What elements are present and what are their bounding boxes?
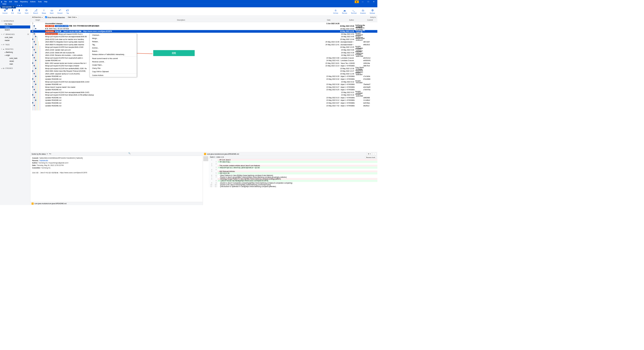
push-button[interactable]: ⬆Push xyxy=(17,9,21,14)
context-menu-item[interactable]: Branch... xyxy=(90,50,137,53)
menu-tools[interactable]: Tools xyxy=(37,1,43,3)
commit-button[interactable]: ⊕33 Commit xyxy=(2,9,8,14)
menu-repository[interactable]: Repository xyxy=(19,1,29,3)
commit-row[interactable]: JAVA-9808 Fix integration test in spring… xyxy=(30,43,377,46)
commit-row[interactable]: Merge branch 'eugenp:master' into master… xyxy=(30,86,377,89)
commit-row[interactable]: 更新 Java 8 核心 相关的文章链接 26 May 2022 15:00 Y… xyxy=(30,27,377,30)
commit-row[interactable]: Merge pull request #12252 from Asjad-J/m… xyxy=(30,65,377,67)
sort-bar[interactable]: Sorted by file status ▾ ≡ ▾ 🔍 xyxy=(30,152,203,156)
commit-row[interactable]: Updated README.md 23 May 2022 8:35 Asjad… xyxy=(30,75,377,78)
maximize-button[interactable]: ☐ xyxy=(366,0,371,3)
commit-row[interactable]: JAVA-5484: Added Java Http Request Timeo… xyxy=(30,70,377,73)
commit-row[interactable]: [JAVA-8153] Code clean up for reactive e… xyxy=(30,38,377,41)
tab-java-tutorials[interactable]: java-tutorials× xyxy=(1,6,16,9)
commit-row[interactable]: Updated README.md 23 May 2022 7:52 Asjad… xyxy=(30,104,377,107)
sidebar-branch-master[interactable]: master xyxy=(0,39,30,42)
diff-line[interactable]: 66- [New Features in Java 8](https://www… xyxy=(209,174,377,176)
context-menu-item[interactable]: Reset current branch to this commit xyxy=(90,57,137,60)
context-menu-item[interactable]: Reverse commit... xyxy=(90,60,137,63)
context-menu-item[interactable]: Tag... xyxy=(90,43,137,47)
commit-row[interactable]: Updated README.md 23 May 2022 8:32 Asjad… xyxy=(30,78,377,80)
reverse-hunk-button[interactable]: Reverse hunk xyxy=(365,156,376,158)
col-graph[interactable]: Graph xyxy=(30,19,45,22)
diff-line[interactable]: 22 xyxy=(209,163,377,165)
show-remote-checkbox[interactable]: Show Remote Branches xyxy=(45,16,65,18)
sidebar-branch-code_bank[interactable]: code_bank xyxy=(0,36,30,39)
close-button[interactable]: ✕ xyxy=(371,0,377,3)
commit-row[interactable]: Merge pull request #12239 from hkhan/JAV… xyxy=(30,94,377,97)
date-order-dropdown[interactable]: Date Order ▾ xyxy=(67,16,78,19)
context-menu-item[interactable]: Copy SHA to Clipboard xyxy=(90,70,137,73)
context-menu-item[interactable]: Rebase children of 7a8bb266b1 interactiv… xyxy=(90,53,137,56)
context-menu-item[interactable]: Archive... xyxy=(90,47,137,50)
commit-row[interactable]: code_bankorigin/code_bank更新 Java 字符串相关的内… xyxy=(30,25,377,27)
commit-row[interactable]: JAVA-9808 Fix integration test in spring… xyxy=(30,41,377,43)
context-menu-item[interactable]: Merge... xyxy=(90,37,137,40)
commit-row[interactable]: JAVA-12100: Delete left ddd-modules file… xyxy=(30,51,377,54)
sidebar-remote-ref-HEAD[interactable]: HEAD xyxy=(0,60,30,63)
stashes-section[interactable]: ▸ 🗃 STASHES xyxy=(0,67,30,70)
add-tab-button[interactable]: + ▾ xyxy=(16,4,21,7)
diff-line[interactable]: 1## Java 8 核心 xyxy=(209,161,377,163)
sidebar-search[interactable]: Search xyxy=(0,28,30,31)
tag-button[interactable]: 🏷Tag xyxy=(66,9,69,14)
branch-tag[interactable]: Baeldung/master xyxy=(45,33,58,35)
explorer-button[interactable]: 🗀Explorer xyxy=(360,9,367,14)
branch-filter-dropdown[interactable]: All Branches ▾ xyxy=(31,16,44,19)
pull-button[interactable]: ⬇Pull xyxy=(11,9,14,14)
remotes-section[interactable]: ▾ ☁ REMOTES xyxy=(0,48,30,51)
diff-line[interactable]: 5### 相关文章: xyxy=(209,172,377,174)
diff-line[interactable]: 1111- [Introduction to Spliterator in Ja… xyxy=(209,186,377,187)
runner-button[interactable]: ▶ xyxy=(355,1,359,3)
commit-list[interactable]: Uncommitted changes 3 Jun 2022 14:28 cod… xyxy=(30,22,377,152)
branches-section[interactable]: ▾ ⎇ BRANCHES3 xyxy=(0,33,30,36)
fetch-button[interactable]: ⟳Fetch xyxy=(24,9,29,14)
sidebar-remote-ref-code_bank[interactable]: code_bank xyxy=(0,57,30,60)
diff-settings-button[interactable]: ⚙ ▾ xyxy=(367,153,372,155)
sidebar-file-status[interactable]: File Status xyxy=(0,23,30,26)
commit-row[interactable]: Merge pull request #12258 from anuragkum… xyxy=(30,35,377,38)
commit-row[interactable]: Merge pull request #12145 from amitiw4u/… xyxy=(30,67,377,70)
commit-row[interactable]: Updated README.md 23 May 2022 8:30 Asjad… xyxy=(30,83,377,86)
branch-tag[interactable]: code_bank xyxy=(45,25,54,27)
gitflow-button[interactable]: ⎋Git-flow xyxy=(333,9,339,14)
commit-row[interactable]: Merge pull request #12254 from eugenp/lo… xyxy=(30,57,377,59)
context-menu-item[interactable]: Rebase... xyxy=(90,40,137,43)
stash-button[interactable]: ▭Stash xyxy=(49,9,54,14)
commit-row[interactable]: Update README.md 24 May 2022 4:01 Loreda… xyxy=(30,59,377,62)
context-menu-item[interactable]: Cherry Pick xyxy=(90,67,137,70)
commit-row[interactable]: Merge pull request #12241 from anuragkum… xyxy=(30,91,377,94)
commit-row[interactable]: Merge pull request #12255 from kwoyke/JA… xyxy=(30,46,377,49)
commit-row[interactable]: Uncommitted changes 3 Jun 2022 14:28 xyxy=(30,22,377,25)
branch-button[interactable]: ⎇Branch xyxy=(33,9,38,14)
menu-help[interactable]: Help xyxy=(43,1,49,3)
diff-line[interactable]: 8- [Java 8 中的设计模式策略](https://www.ossez.c… xyxy=(209,180,377,182)
diff-line[interactable]: 8- [Strategy Design Pattern in Java 8](h… xyxy=(209,178,377,180)
menu-actions[interactable]: Actions xyxy=(29,1,37,3)
commit-row[interactable]: JAVA-12100: Update main pom.xml 24 May 2… xyxy=(30,49,377,51)
diff-line[interactable]: 3This module contains articles about Jav… xyxy=(209,165,377,166)
commit-row[interactable]: JAVA-12100: Rename ddd-modules -> ddd-co… xyxy=(30,54,377,57)
commit-row[interactable]: BAEL-5452 sample kestrel and docker comp… xyxy=(30,62,377,65)
context-menu-item[interactable]: Create Patch... xyxy=(90,63,137,67)
commit-row[interactable]: Merge pull request #12245 from anuragkum… xyxy=(30,80,377,83)
terminal-button[interactable]: ›_Terminal xyxy=(350,9,357,14)
diff-line[interactable]: 1010- [Guide to the Java 8 forEach](http… xyxy=(209,184,377,186)
merge-button[interactable]: ⑂Merge xyxy=(41,9,47,14)
diff-line[interactable]: 3本模块中包含有关 Java 8 核心新增功能特性的一些文章 xyxy=(209,166,377,169)
commit-row[interactable]: Updated README.md 23 May 2022 8:07 Asjad… xyxy=(30,102,377,104)
minimize-button[interactable]: — xyxy=(360,0,365,3)
sidebar-remote-ref-main[interactable]: main xyxy=(0,63,30,66)
diff-line[interactable]: 77- [Guide to Java 8 groupingBy Collecto… xyxy=(209,176,377,178)
commit-row[interactable]: origin/main添加文章：Java 8 中的设计模式策略 - https:… xyxy=(30,30,377,33)
tags-section[interactable]: ▸ 🏷 TAGS xyxy=(0,43,30,46)
discard-button[interactable]: ↶Discard xyxy=(57,9,63,14)
diff-line[interactable]: 44 xyxy=(209,169,377,170)
sidebar-remote-origin[interactable]: ▾ origin xyxy=(0,54,30,57)
col-description[interactable]: Description xyxy=(45,19,317,22)
diff-line[interactable]: 5### Relevant Articles: xyxy=(209,170,377,172)
commit-row[interactable]: Updated README.md 23 May 2022 8:15 Asjad… xyxy=(30,96,377,99)
col-date[interactable]: Date xyxy=(317,19,341,22)
context-menu-item[interactable]: Custom Actions xyxy=(90,74,137,77)
col-commit[interactable]: Commit xyxy=(363,19,378,22)
